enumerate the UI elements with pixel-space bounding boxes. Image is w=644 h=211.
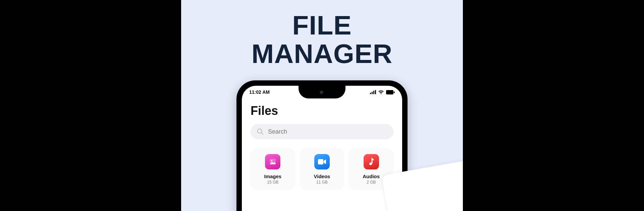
category-size: 11 GB	[303, 180, 342, 185]
svg-rect-1	[372, 92, 373, 94]
search-field[interactable]	[251, 124, 393, 139]
battery-icon	[386, 90, 395, 94]
search-icon	[257, 128, 264, 135]
svg-point-9	[271, 160, 272, 161]
signal-icon	[370, 90, 376, 94]
svg-point-11	[369, 162, 372, 165]
audio-icon	[364, 154, 379, 169]
status-time: 11:02 AM	[249, 89, 270, 95]
promo-panel: FILE MANAGER 11:02 AM	[181, 0, 463, 211]
promo-title: FILE MANAGER	[181, 0, 463, 68]
status-indicators	[370, 90, 395, 94]
promo-title-line1: FILE	[181, 11, 463, 40]
promo-title-line2: MANAGER	[181, 40, 463, 68]
page-title: Files	[251, 104, 393, 118]
image-icon	[265, 154, 280, 169]
right-letterbox	[463, 0, 644, 211]
category-images[interactable]: Images 15 GB	[251, 148, 295, 189]
svg-rect-10	[318, 159, 323, 164]
wifi-icon	[378, 90, 384, 94]
phone-notch	[299, 86, 345, 98]
phone-screen: 11:02 AM Files	[242, 86, 402, 211]
search-input[interactable]	[268, 128, 387, 135]
category-name: Images	[253, 173, 292, 179]
category-name: Videos	[303, 173, 342, 179]
phone-mockup: 11:02 AM Files	[236, 80, 408, 211]
svg-rect-4	[386, 90, 393, 94]
svg-line-7	[261, 133, 263, 134]
app-body: Files Images 15 GB	[242, 96, 402, 189]
category-size: 15 GB	[253, 180, 292, 185]
category-videos[interactable]: Videos 11 GB	[300, 148, 344, 189]
svg-rect-0	[370, 93, 371, 94]
phone-frame: 11:02 AM Files	[236, 80, 408, 211]
svg-rect-5	[394, 91, 395, 93]
category-row: Images 15 GB Videos 11 GB	[251, 148, 393, 189]
svg-rect-2	[373, 91, 374, 94]
left-letterbox	[0, 0, 181, 211]
video-icon	[314, 154, 330, 169]
svg-rect-3	[375, 90, 376, 94]
